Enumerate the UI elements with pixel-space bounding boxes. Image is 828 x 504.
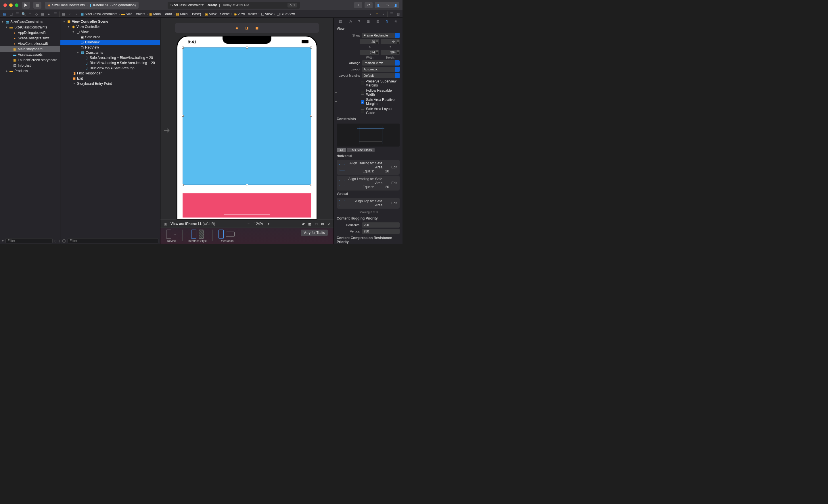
forward-button[interactable]: ›: [73, 11, 79, 17]
clock-icon[interactable]: ◷: [54, 239, 57, 243]
hug-h-field[interactable]: 250: [362, 222, 400, 228]
history-inspector-tab[interactable]: ◷: [349, 19, 351, 24]
hug-v-field[interactable]: 250: [362, 229, 400, 234]
outline-row[interactable]: ▼◉View Controller: [60, 24, 160, 29]
outline-row[interactable]: ▼▢View: [60, 29, 160, 35]
width-field[interactable]: 374: [360, 50, 379, 55]
next-issue-icon[interactable]: ›: [380, 11, 386, 17]
filter-input[interactable]: [5, 238, 53, 243]
resize-handle[interactable]: [182, 184, 184, 186]
view-as-label[interactable]: View as: iPhone 11 (wC hR): [170, 222, 215, 226]
back-button[interactable]: ‹: [67, 11, 73, 17]
adjust-editor-icon[interactable]: ☰: [389, 11, 395, 17]
outline-row[interactable]: ▣Exit: [60, 76, 160, 81]
size-inspector-tab[interactable]: ▯: [386, 19, 388, 24]
resolve-icon[interactable]: ▽: [327, 222, 330, 226]
height-field[interactable]: 394: [381, 50, 400, 55]
resize-handle[interactable]: [182, 114, 184, 117]
tree-row[interactable]: ▦LaunchScreen.storyboard: [0, 57, 60, 63]
outline-constraint[interactable]: ▯Safe Area.trailing = BlueView.trailing …: [60, 55, 160, 60]
breakpoint-nav-icon[interactable]: ▸: [46, 11, 52, 17]
edit-button[interactable]: Edit: [391, 165, 397, 169]
attributes-inspector-tab[interactable]: ⊟: [376, 19, 379, 24]
find-nav-icon[interactable]: 🔍: [21, 11, 27, 17]
constraints-sizeclass-tab[interactable]: This Size Class: [347, 148, 375, 152]
exit-dock-icon[interactable]: ▣: [255, 26, 258, 30]
constraints-all-tab[interactable]: All: [337, 148, 346, 152]
outline-row[interactable]: ◨First Responder: [60, 71, 160, 76]
tree-row[interactable]: ▶▬Products: [0, 68, 60, 74]
outline-constraint[interactable]: ▯BlueView.leading = Safe Area.leading + …: [60, 60, 160, 65]
resize-handle[interactable]: [246, 184, 248, 186]
scene-dock[interactable]: ◉ ◨ ▣: [175, 23, 319, 33]
outline-scene-header[interactable]: ▼▣View Controller Scene: [60, 19, 160, 24]
help-inspector-tab[interactable]: ?: [358, 19, 360, 24]
orientation-selector[interactable]: Orientation: [218, 230, 235, 242]
outline-row[interactable]: ▼▦Constraints: [60, 50, 160, 55]
resize-handle[interactable]: [310, 47, 312, 49]
outline-row[interactable]: ▢RedView: [60, 45, 160, 50]
pin-icon[interactable]: ⊞: [321, 222, 324, 226]
warning-indicator[interactable]: ⚠ 1: [288, 3, 297, 7]
preserve-margins-checkbox[interactable]: [361, 82, 364, 85]
zoom-out-button[interactable]: −: [248, 222, 250, 226]
test-nav-icon[interactable]: ◇: [33, 11, 39, 17]
prev-issue-icon[interactable]: ‹: [368, 11, 373, 17]
vary-for-traits-button[interactable]: Vary for Traits: [301, 230, 328, 236]
arrange-select[interactable]: Position View: [362, 60, 400, 65]
edit-button[interactable]: Edit: [391, 181, 397, 185]
toggle-inspector[interactable]: ◨: [391, 2, 399, 8]
constraints-diagram[interactable]: [337, 124, 400, 146]
constraint-card[interactable]: Align Top to:Safe AreaEdit: [337, 198, 400, 209]
embed-icon[interactable]: ▦: [308, 222, 312, 226]
resize-handle[interactable]: [310, 114, 312, 117]
outline-row[interactable]: ▣Safe Area: [60, 35, 160, 40]
library-button[interactable]: +: [354, 2, 362, 8]
align-icon[interactable]: ⊟: [315, 222, 318, 226]
project-nav-icon[interactable]: ▤: [2, 11, 7, 17]
margins-select[interactable]: Default: [362, 73, 400, 78]
x-field[interactable]: 20: [360, 39, 379, 44]
vc-dock-icon[interactable]: ◉: [236, 26, 238, 30]
outline-constraint[interactable]: ▯BlueView.top = Safe Area.top: [60, 65, 160, 71]
scheme-selector[interactable]: ◆ SizeClassConstraints › ▮ iPhone SE (2n…: [45, 2, 138, 9]
show-select[interactable]: Frame Rectangle: [362, 33, 400, 38]
add-editor-icon[interactable]: ▥: [395, 11, 401, 17]
issue-nav-icon[interactable]: ⚠: [27, 11, 33, 17]
source-control-nav-icon[interactable]: ◫: [8, 11, 14, 17]
debug-nav-icon[interactable]: ▦: [40, 11, 45, 17]
resize-handle[interactable]: [246, 47, 248, 49]
canvas[interactable]: ◉ ◨ ▣ 9:41 ▣ View as:: [160, 18, 333, 244]
close-icon[interactable]: [3, 3, 7, 7]
run-button[interactable]: [22, 2, 30, 9]
outline-filter-input[interactable]: [68, 238, 158, 243]
outline-row-selected[interactable]: ▢BlueView: [60, 40, 160, 45]
tree-row[interactable]: ▸SceneDelegate.swift: [0, 35, 60, 41]
blue-view[interactable]: [182, 47, 312, 185]
file-inspector-tab[interactable]: ▤: [339, 19, 342, 24]
resize-handle[interactable]: [182, 47, 184, 49]
tree-row-selected[interactable]: ▦Main.storyboard: [0, 46, 60, 52]
toggle-debug[interactable]: ▭: [383, 2, 391, 8]
tree-row[interactable]: ▬Assets.xcassets: [0, 52, 60, 57]
add-variation-button[interactable]: +: [335, 81, 337, 85]
safe-area-guide-checkbox[interactable]: [361, 109, 364, 113]
tree-row[interactable]: ▸AppDelegate.swift: [0, 30, 60, 35]
readable-width-checkbox[interactable]: [361, 91, 364, 95]
red-view[interactable]: [182, 193, 312, 218]
identity-inspector-tab[interactable]: ▦: [367, 19, 370, 24]
update-frames-icon[interactable]: ⟳: [302, 222, 305, 226]
code-review-button[interactable]: ⇄: [365, 2, 373, 8]
jump-bar[interactable]: ▦SizeClassConstraints› ▬Size…traints› ▦M…: [80, 12, 367, 16]
tree-row[interactable]: ▤Info.plist: [0, 63, 60, 68]
y-field[interactable]: 44: [381, 39, 400, 44]
constraint-card[interactable]: Align Trailing to:Safe AreaEquals:20Edit: [337, 160, 400, 175]
edit-button[interactable]: Edit: [391, 201, 397, 205]
connections-inspector-tab[interactable]: ◎: [395, 19, 397, 24]
zoom-in-button[interactable]: +: [267, 222, 270, 226]
tree-row[interactable]: ▼▦SizeClassConstraints: [0, 19, 60, 25]
zoom-icon[interactable]: [15, 3, 18, 7]
related-items-icon[interactable]: ▦: [61, 11, 67, 17]
issue-icon[interactable]: ⚠: [374, 11, 380, 17]
symbol-nav-icon[interactable]: ☰: [14, 11, 20, 17]
